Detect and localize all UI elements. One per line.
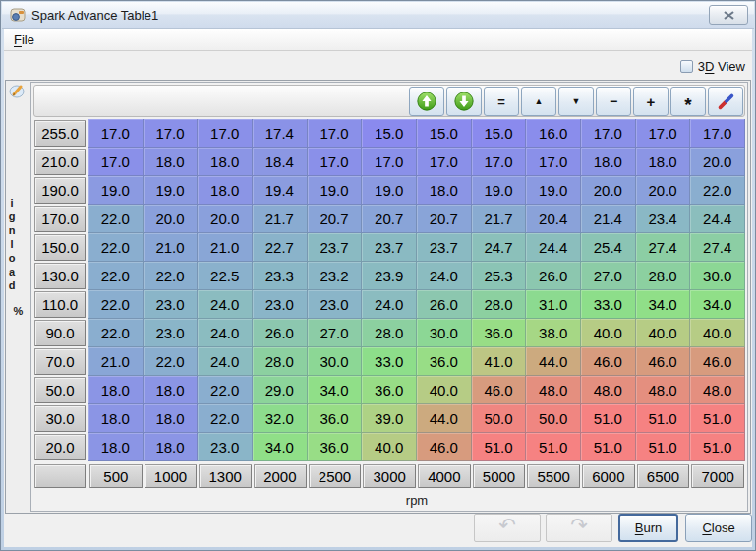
table-cell[interactable]: 22.0 (144, 347, 199, 376)
table-cell[interactable]: 36.0 (362, 376, 417, 404)
row-header-cell[interactable]: 130.0 (34, 263, 86, 289)
row-header-cell[interactable]: 30.0 (34, 405, 86, 432)
increment-button[interactable]: ▲ (521, 87, 556, 116)
scale-button[interactable] (708, 87, 743, 116)
table-cell[interactable]: 24.4 (690, 205, 745, 233)
table-cell[interactable]: 44.0 (417, 404, 472, 433)
table-cell[interactable]: 48.0 (581, 376, 636, 404)
table-cell[interactable]: 22.0 (144, 262, 199, 290)
table-cell[interactable]: 44.0 (526, 347, 581, 376)
table-cell[interactable]: 21.0 (144, 233, 199, 262)
table-cell[interactable]: 15.0 (417, 119, 472, 148)
decrement-button[interactable]: ▼ (558, 87, 594, 116)
table-cell[interactable]: 17.0 (690, 119, 745, 148)
table-cell[interactable]: 17.0 (636, 119, 691, 148)
arrow-up-button[interactable] (409, 87, 444, 116)
table-cell[interactable]: 18.0 (198, 148, 253, 176)
table-cell[interactable]: 19.0 (526, 176, 581, 205)
table-cell[interactable]: 39.0 (362, 404, 417, 433)
table-cell[interactable]: 25.3 (472, 262, 527, 290)
table-cell[interactable]: 50.0 (472, 404, 527, 433)
table-cell[interactable]: 20.0 (144, 205, 199, 233)
table-cell[interactable]: 19.4 (253, 176, 308, 205)
table-cell[interactable]: 34.0 (690, 290, 745, 319)
table-cell[interactable]: 23.7 (362, 233, 417, 262)
table-cell[interactable]: 40.0 (362, 433, 417, 461)
table-cell[interactable]: 24.0 (198, 290, 253, 319)
table-cell[interactable]: 22.0 (88, 262, 144, 290)
table-cell[interactable]: 34.0 (253, 433, 308, 461)
table-cell[interactable]: 18.4 (253, 148, 308, 176)
table-cell[interactable]: 36.0 (417, 347, 472, 376)
table-cell[interactable]: 19.0 (362, 176, 417, 205)
column-header-cell[interactable]: 6500 (637, 464, 690, 488)
burn-button[interactable]: Burn (618, 514, 678, 542)
table-cell[interactable]: 40.0 (690, 319, 745, 347)
table-cell[interactable]: 15.0 (472, 119, 527, 148)
table-cell[interactable]: 30.0 (690, 262, 745, 290)
row-header-cell[interactable]: 170.0 (34, 206, 86, 232)
table-cell[interactable]: 38.0 (526, 319, 581, 347)
table-cell[interactable]: 32.0 (253, 404, 308, 433)
table-cell[interactable]: 23.3 (253, 262, 308, 290)
3d-view-label[interactable]: 3D View (698, 59, 745, 74)
table-cell[interactable]: 17.0 (526, 148, 581, 176)
table-cell[interactable]: 22.0 (88, 205, 144, 233)
table-cell[interactable]: 18.0 (144, 433, 199, 461)
row-header-cell[interactable]: 255.0 (34, 120, 86, 147)
table-cell[interactable]: 21.4 (581, 205, 636, 233)
table-cell[interactable]: 51.0 (581, 433, 636, 461)
table-cell[interactable]: 25.4 (581, 233, 636, 262)
table-cell[interactable]: 31.0 (526, 290, 581, 319)
table-cell[interactable]: 40.0 (636, 319, 691, 347)
table-cell[interactable]: 24.0 (362, 290, 417, 319)
menu-file[interactable]: File (4, 31, 44, 49)
table-cell[interactable]: 20.0 (198, 205, 253, 233)
table-cell[interactable]: 21.0 (88, 347, 144, 376)
table-cell[interactable]: 33.0 (362, 347, 417, 376)
table-cell[interactable]: 48.0 (526, 376, 581, 404)
table-cell[interactable]: 46.0 (690, 347, 745, 376)
table-cell[interactable]: 27.0 (581, 262, 636, 290)
table-cell[interactable]: 27.0 (308, 319, 363, 347)
column-header-cell[interactable]: 2500 (309, 464, 362, 488)
table-cell[interactable]: 46.0 (636, 347, 691, 376)
table-cell[interactable]: 26.0 (417, 290, 472, 319)
table-cell[interactable]: 36.0 (308, 404, 363, 433)
table-cell[interactable]: 23.0 (144, 319, 199, 347)
table-cell[interactable]: 23.0 (253, 290, 308, 319)
table-cell[interactable]: 51.0 (581, 404, 636, 433)
table-cell[interactable]: 34.0 (308, 376, 363, 404)
table-cell[interactable]: 24.0 (198, 319, 253, 347)
table-cell[interactable]: 26.0 (253, 319, 308, 347)
table-cell[interactable]: 24.4 (526, 233, 581, 262)
table-cell[interactable]: 23.7 (308, 233, 363, 262)
table-cell[interactable]: 23.9 (362, 262, 417, 290)
table-cell[interactable]: 22.7 (253, 233, 308, 262)
table-cell[interactable]: 20.7 (362, 205, 417, 233)
table-cell[interactable]: 34.0 (636, 290, 691, 319)
table-cell[interactable]: 18.0 (88, 404, 144, 433)
table-cell[interactable]: 22.0 (198, 404, 253, 433)
table-cell[interactable]: 22.0 (88, 233, 144, 262)
multiply-button[interactable]: * (670, 87, 706, 116)
row-header-cell[interactable]: 90.0 (34, 320, 86, 346)
close-button[interactable]: Close (685, 514, 752, 542)
table-cell[interactable]: 20.0 (690, 148, 745, 176)
table-cell[interactable]: 17.0 (581, 119, 636, 148)
table-cell[interactable]: 28.0 (362, 319, 417, 347)
table-cell[interactable]: 51.0 (690, 404, 745, 433)
table-cell[interactable]: 24.7 (472, 233, 527, 262)
row-header-cell[interactable]: 190.0 (34, 177, 86, 204)
table-cell[interactable]: 48.0 (690, 376, 745, 404)
window-close-button[interactable] (709, 5, 748, 25)
column-header-cell[interactable]: 500 (89, 464, 143, 488)
table-cell[interactable]: 21.7 (253, 205, 308, 233)
table-cell[interactable]: 18.0 (581, 148, 636, 176)
table-cell[interactable]: 18.0 (144, 148, 199, 176)
table-cell[interactable]: 22.0 (88, 319, 144, 347)
row-header-cell[interactable]: 110.0 (34, 291, 86, 318)
table-cell[interactable]: 23.0 (308, 290, 363, 319)
table-cell[interactable]: 24.0 (198, 347, 253, 376)
table-cell[interactable]: 51.0 (690, 433, 745, 461)
